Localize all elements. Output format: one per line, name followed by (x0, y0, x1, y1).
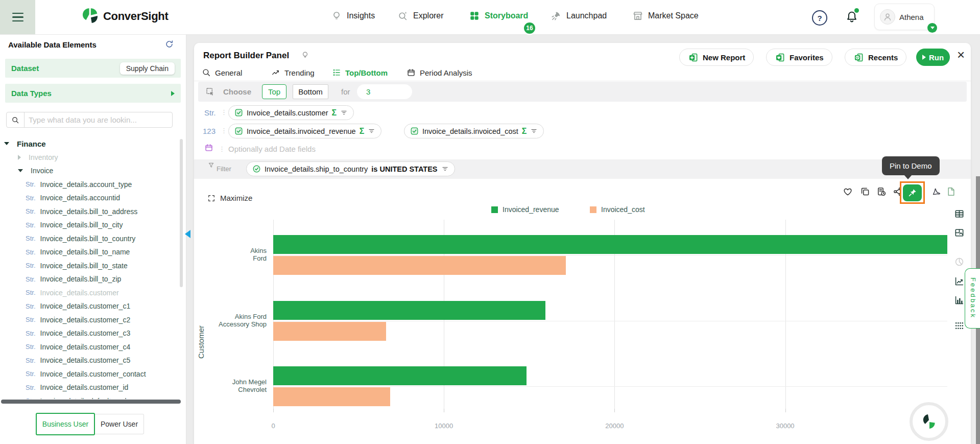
filter-lines-icon[interactable] (340, 109, 348, 116)
calendar-icon[interactable] (204, 143, 213, 152)
tree-group-invoice[interactable]: Invoice (0, 164, 53, 177)
tree-leaf-Invoice_details.bill_to_state[interactable]: Str.Invoice_details.bill_to_state (0, 259, 128, 272)
filter-lines-icon[interactable] (441, 165, 449, 173)
tab-period-analysis[interactable]: Period Analysis (407, 67, 472, 78)
heart-icon[interactable] (843, 186, 853, 197)
drag-handle-icon[interactable]: ⋮ (221, 127, 227, 134)
check-square-icon[interactable] (234, 108, 243, 117)
business-user-button[interactable]: Business User (36, 413, 95, 435)
file-icon[interactable] (946, 186, 956, 197)
drag-handle-icon[interactable]: ⋮ (221, 108, 227, 116)
date-fields-placeholder[interactable]: Optionally add Date fields (228, 145, 316, 153)
tree-leaf-Invoice_details.customer_c5[interactable]: Str.Invoice_details.customer_c5 (0, 354, 130, 367)
check-circle-icon[interactable] (252, 165, 261, 173)
dataset-value[interactable]: Supply Chain (120, 62, 175, 75)
tree-leaf-Invoice_details.bill_to_address[interactable]: Str.Invoice_details.bill_to_address (0, 205, 137, 218)
sigma-aggregate-icon[interactable]: Σ (360, 127, 365, 136)
maximize-button[interactable]: Maximize (207, 194, 252, 202)
top-count-input[interactable] (357, 84, 412, 99)
tree-leaf-Invoice_details.bill_to_name[interactable]: Str.Invoice_details.bill_to_name (0, 245, 130, 259)
filter-chip[interactable]: Invoice_details.ship_to_country is UNITE… (246, 161, 455, 176)
menu-button[interactable] (0, 0, 35, 34)
caret-down-icon[interactable] (18, 169, 23, 172)
tree-leaf-Invoice_details.customer_id[interactable]: Str.Invoice_details.customer_id (0, 381, 128, 394)
notifications-bell-icon[interactable] (845, 10, 858, 26)
close-icon[interactable]: × (957, 48, 965, 61)
tree-leaf-Invoice_details.bill_to_zip[interactable]: Str.Invoice_details.bill_to_zip (0, 272, 121, 286)
tree-leaf-Invoice_details.customer_c2[interactable]: Str.Invoice_details.customer_c2 (0, 313, 130, 326)
brand-logo[interactable]: ConverSight (81, 7, 169, 26)
drag-handle-icon[interactable]: ⋮ (219, 145, 225, 153)
data-types-row[interactable]: Data Types (5, 84, 181, 103)
tab-general[interactable]: General (202, 67, 242, 78)
tree-leaf-Invoice_details.customer_c4[interactable]: Str.Invoice_details.customer_c4 (0, 340, 130, 354)
dotsgrid-icon[interactable] (954, 320, 965, 331)
help-icon[interactable]: ? (812, 10, 827, 26)
tree-leaf-Invoice_details.customer_c3[interactable]: Str.Invoice_details.customer_c3 (0, 326, 130, 340)
sigma-aggregate-icon[interactable]: Σ (522, 127, 527, 136)
sidebar-vertical-scrollbar[interactable] (180, 139, 183, 287)
new-report-button[interactable]: New Report (679, 49, 754, 66)
caret-right-icon[interactable] (18, 155, 21, 160)
refresh-icon[interactable] (164, 39, 174, 49)
tree-group-finance[interactable]: Finance (0, 137, 46, 150)
tab-top-bottom[interactable]: Top/Bottom (332, 67, 388, 78)
legend-item-invoiced_cost[interactable]: Invoiced_cost (590, 205, 645, 214)
bar-invoiced_cost-akins-ford-accessory-shop[interactable] (273, 322, 386, 341)
nav-item-storyboard[interactable]: Storyboard16 (469, 10, 528, 21)
filter-lines-icon[interactable] (368, 127, 375, 135)
power-user-button[interactable]: Power User (95, 414, 144, 434)
field-chip-Invoice_details.customer[interactable]: Invoice_details.customerΣ (228, 105, 354, 120)
report-icon[interactable] (876, 186, 887, 197)
tablechart-icon[interactable] (954, 227, 965, 238)
tree-leaf-Invoice_details.customer_contact[interactable]: Str.Invoice_details.customer_contact (0, 367, 146, 381)
bar-invoiced_revenue-akins-ford[interactable] (273, 235, 947, 254)
bottom-toggle-button[interactable]: Bottom (293, 84, 328, 99)
hint-bulb-icon[interactable] (301, 51, 309, 59)
tree-leaf-Invoice_details.accountid[interactable]: Str.Invoice_details.accountid (0, 191, 120, 204)
top-toggle-button[interactable]: Top (262, 84, 286, 99)
type-string-badge: Str. (26, 207, 36, 215)
sidebar-horizontal-scrollbar[interactable] (1, 400, 181, 404)
run-button[interactable]: Run (916, 49, 950, 66)
check-square-icon[interactable] (234, 127, 243, 135)
bar-invoiced_cost-akins-ford[interactable] (273, 256, 566, 275)
tab-trending[interactable]: Trending (271, 67, 315, 78)
caret-down-icon[interactable] (4, 142, 9, 145)
feedback-tab[interactable]: Feedback (965, 268, 980, 329)
favorites-button[interactable]: Favorites (766, 49, 832, 66)
field-chip-Invoice_details.invoiced_revenue[interactable]: Invoice_details.invoiced_revenueΣ (228, 124, 381, 138)
bar-invoiced_revenue-akins-ford-accessory-shop[interactable] (273, 301, 545, 320)
user-menu[interactable]: Athena (874, 4, 935, 30)
check-square-icon[interactable] (410, 127, 419, 135)
barchart-icon[interactable] (954, 295, 965, 306)
linechart-icon[interactable] (954, 276, 965, 287)
pdf-icon[interactable] (931, 186, 942, 197)
tree-group-inventory[interactable]: Inventory (0, 151, 58, 164)
sidebar-collapse-icon[interactable] (185, 230, 190, 238)
legend-item-invoiced_revenue[interactable]: Invoiced_revenue (491, 205, 559, 214)
pie-icon[interactable] (954, 256, 965, 267)
type-string-badge: Str. (26, 357, 36, 364)
table-icon[interactable] (954, 208, 965, 219)
field-chip-Invoice_details.invoiced_cost[interactable]: Invoice_details.invoiced_costΣ (404, 124, 544, 138)
tree-leaf-Invoice_details.bill_to_country[interactable]: Str.Invoice_details.bill_to_country (0, 232, 135, 245)
filter-lines-icon[interactable] (530, 127, 538, 135)
tree-leaf-Invoice_details.default_code[interactable]: Str.Invoice_details.default_code (0, 394, 130, 400)
copy-icon[interactable] (860, 186, 870, 197)
search-input[interactable] (25, 115, 172, 124)
nav-item-launchpad[interactable]: Launchpad (551, 10, 607, 21)
recents-button[interactable]: Recents (845, 49, 906, 66)
bar-invoiced_revenue-john-megel-chevrolet[interactable] (273, 366, 527, 385)
tree-leaf-Invoice_details.bill_to_city[interactable]: Str.Invoice_details.bill_to_city (0, 218, 123, 231)
tree-leaf-Invoice_details.customer[interactable]: Str.Invoice_details.customer (0, 286, 119, 299)
bar-invoiced_cost-john-megel-chevrolet[interactable] (273, 387, 390, 406)
dataset-row[interactable]: Dataset Supply Chain (5, 59, 181, 78)
sigma-aggregate-icon[interactable]: Σ (332, 108, 337, 118)
tree-leaf-Invoice_details.account_type[interactable]: Str.Invoice_details.account_type (0, 178, 132, 191)
nav-item-market-space[interactable]: Market Space (632, 10, 699, 21)
pin-to-demo-button[interactable] (903, 184, 922, 201)
tree-leaf-Invoice_details.customer_c1[interactable]: Str.Invoice_details.customer_c1 (0, 299, 130, 313)
nav-item-explorer[interactable]: Explorer (397, 10, 444, 21)
nav-item-insights[interactable]: Insights (331, 10, 375, 21)
